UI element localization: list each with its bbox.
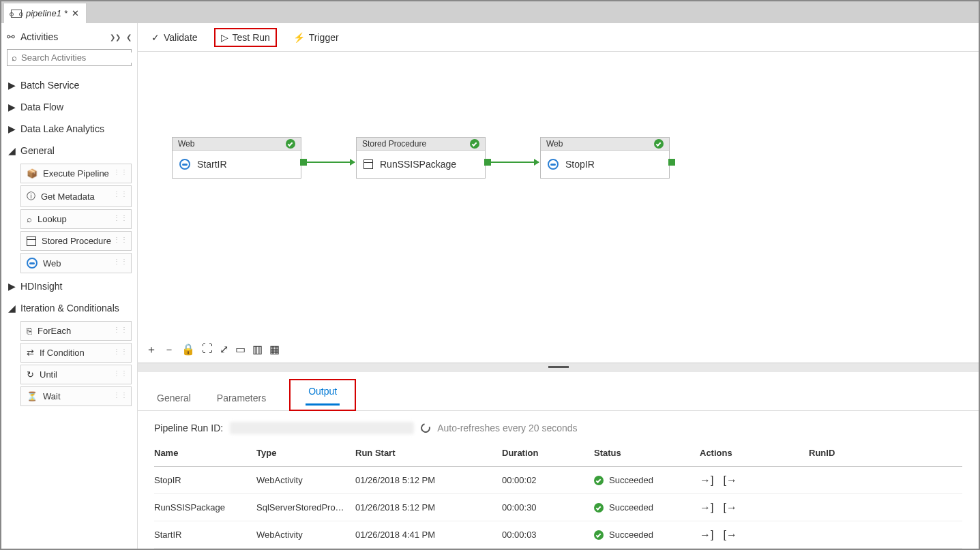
col-name: Name [154, 448, 256, 458]
select-icon[interactable]: ▭ [235, 343, 246, 357]
success-icon [594, 503, 604, 513]
success-icon [594, 476, 604, 485]
run-id-label: Pipeline Run ID: [154, 423, 223, 433]
activity-lookup[interactable]: ⌕Lookup⋮⋮ [20, 209, 132, 229]
node-startir[interactable]: Web StartIR [172, 137, 301, 179]
auto-refresh-text: Auto-refreshes every 20 seconds [437, 423, 577, 433]
sidebar-header: ⚯ Activities ❯❯ ❮ [5, 29, 133, 45]
foreach-icon: ⎘ [27, 326, 32, 336]
col-runid: RunID [809, 448, 962, 458]
output-icon[interactable]: [→ [723, 474, 737, 487]
canvas-tools: ＋ － 🔒 ⛶ ⤢ ▭ ▥ ▦ [146, 343, 280, 357]
activity-get-metadata[interactable]: ⓘGet Metadata⋮⋮ [20, 185, 132, 207]
success-badge-icon [470, 139, 479, 149]
activity-wait[interactable]: ⏳Wait⋮⋮ [20, 386, 132, 406]
output-icon[interactable]: [→ [723, 502, 737, 514]
until-icon: ↻ [27, 369, 34, 380]
refresh-icon[interactable] [419, 421, 432, 434]
tab-bar: pipeline1 * ✕ [1, 1, 979, 23]
web-icon [179, 159, 190, 170]
node-stopir[interactable]: Web StopIR [540, 137, 670, 179]
panel-tabs: General Parameters Output [138, 372, 979, 411]
activity-if-condition[interactable]: ⇄If Condition⋮⋮ [20, 343, 132, 363]
success-badge-icon [286, 139, 295, 149]
trigger-icon: ⚡ [293, 32, 305, 43]
trigger-button[interactable]: ⚡Trigger [293, 32, 339, 43]
connector-handle[interactable] [484, 159, 491, 166]
execute-pipeline-icon: 📦 [27, 168, 38, 179]
lookup-icon: ⌕ [27, 214, 32, 224]
stored-procedure-icon [363, 159, 373, 169]
run-info: Pipeline Run ID: Auto-refreshes every 20… [138, 411, 979, 440]
success-badge-icon [654, 139, 664, 149]
validate-button[interactable]: ✓Validate [151, 32, 198, 43]
input-icon[interactable]: →] [700, 502, 713, 514]
run-id-value [230, 422, 414, 434]
activity-web[interactable]: Web⋮⋮ [20, 253, 132, 273]
pipeline-tab[interactable]: pipeline1 * ✕ [3, 3, 87, 23]
pipeline-toolbar: ✓Validate ▷Test Run ⚡Trigger [138, 23, 979, 52]
table-row: StartIR WebActivity 01/26/2018 4:41 PM 0… [154, 521, 962, 549]
output-grid: Name Type Run Start Duration Status Acti… [138, 440, 979, 549]
connector-handle[interactable] [668, 159, 675, 166]
share-icon: ⚯ [7, 31, 15, 42]
collapse-all-icon[interactable]: ❯❯ [110, 33, 121, 41]
tab-title: pipeline1 * [26, 8, 68, 18]
tab-general[interactable]: General [154, 388, 194, 410]
connector [491, 162, 539, 163]
search-activities[interactable]: ⌕ [7, 49, 132, 66]
col-actions: Actions [700, 448, 809, 458]
align-icon[interactable]: ▥ [252, 343, 263, 357]
play-icon: ▷ [221, 32, 228, 43]
cat-data-flow[interactable]: ▶Data Flow [5, 96, 133, 118]
layout-icon[interactable]: ▦ [269, 343, 280, 357]
activity-until[interactable]: ↻Until⋮⋮ [20, 365, 132, 384]
panel-resize-handle[interactable] [138, 363, 979, 372]
cat-general[interactable]: ◢General [5, 140, 133, 162]
pipeline-canvas[interactable]: Web StartIR Stored Procedure RunSSISPack… [138, 52, 979, 363]
input-icon[interactable]: →] [700, 474, 713, 487]
close-icon[interactable]: ✕ [72, 8, 79, 18]
table-row: StopIR WebActivity 01/26/2018 5:12 PM 00… [154, 467, 962, 494]
output-icon[interactable]: [→ [723, 529, 737, 541]
activity-stored-procedure[interactable]: Stored Procedure⋮⋮ [20, 231, 132, 251]
activity-execute-pipeline[interactable]: 📦Execute Pipeline⋮⋮ [20, 164, 132, 183]
expand-icon[interactable]: ❮ [126, 33, 132, 41]
test-run-button[interactable]: ▷Test Run [214, 28, 277, 47]
col-runstart: Run Start [355, 448, 502, 458]
activities-sidebar: ⚯ Activities ❯❯ ❮ ⌕ ▶Batch Service ▶Data… [1, 23, 138, 549]
connector-handle[interactable] [300, 159, 307, 166]
success-icon [594, 530, 604, 540]
col-status: Status [594, 448, 700, 458]
info-icon: ⓘ [27, 190, 35, 202]
tab-parameters[interactable]: Parameters [214, 388, 269, 410]
cat-batch-service[interactable]: ▶Batch Service [5, 74, 133, 96]
check-icon: ✓ [151, 32, 160, 43]
web-icon [548, 159, 559, 170]
col-type: Type [256, 448, 355, 458]
zoom-out-icon[interactable]: － [164, 343, 175, 357]
table-row: RunSSISPackage SqlServerStoredPro… 01/26… [154, 494, 962, 521]
search-input[interactable] [21, 52, 136, 63]
activity-foreach[interactable]: ⎘ForEach⋮⋮ [20, 321, 132, 341]
pipeline-icon [11, 10, 22, 18]
lock-icon[interactable]: 🔒 [181, 343, 195, 357]
cat-iteration-conditionals[interactable]: ◢Iteration & Conditionals [5, 297, 133, 319]
col-duration: Duration [502, 448, 594, 458]
fit-icon[interactable]: ⛶ [202, 343, 213, 357]
web-icon [27, 258, 38, 269]
if-icon: ⇄ [27, 348, 34, 358]
node-runssispackage[interactable]: Stored Procedure RunSSISPackage [356, 137, 486, 179]
cat-hdinsight[interactable]: ▶HDInsight [5, 275, 133, 297]
wait-icon: ⏳ [27, 391, 38, 401]
connector [307, 162, 355, 163]
search-icon: ⌕ [12, 52, 17, 63]
tab-output[interactable]: Output [306, 382, 340, 406]
zoom-in-icon[interactable]: ＋ [146, 343, 157, 357]
cat-data-lake-analytics[interactable]: ▶Data Lake Analytics [5, 118, 133, 140]
stored-procedure-icon [27, 236, 36, 246]
fullscreen-icon[interactable]: ⤢ [220, 343, 228, 357]
input-icon[interactable]: →] [700, 529, 713, 541]
sidebar-title: Activities [20, 31, 58, 42]
